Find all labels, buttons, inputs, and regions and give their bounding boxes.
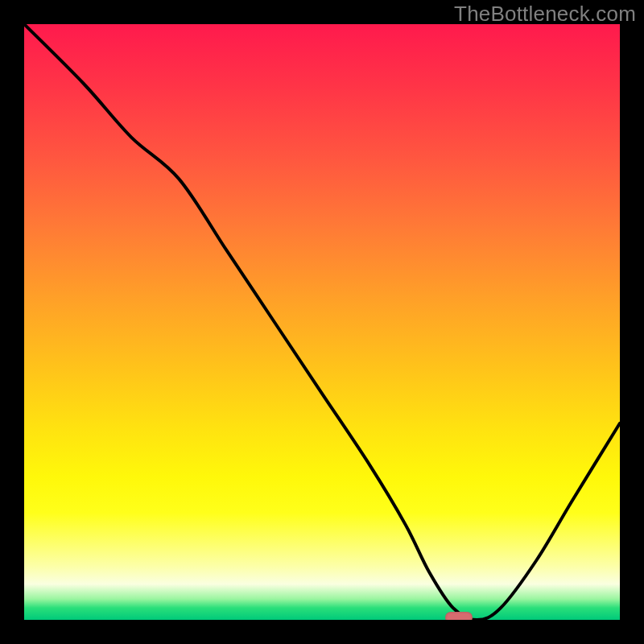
optimal-marker [445, 612, 473, 620]
chart-frame: TheBottleneck.com [0, 0, 644, 644]
plot-area [24, 24, 620, 620]
watermark-text: TheBottleneck.com [454, 2, 636, 27]
bottleneck-curve [24, 24, 620, 620]
